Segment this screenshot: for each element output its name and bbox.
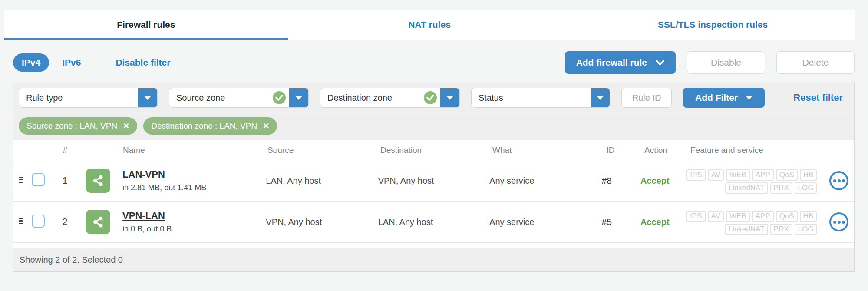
header-feature-and-service: Feature and service <box>689 146 824 155</box>
rule-name-link[interactable]: LAN-VPN <box>122 169 165 180</box>
toolbar: IPv4 IPv6 Disable filter Add firewall ru… <box>13 51 855 74</box>
row-number: 1 <box>52 175 77 186</box>
feature-badge: LinkedNAT <box>725 224 768 235</box>
destination-zone-dropdown-label: Destination zone <box>320 93 424 103</box>
feature-badge: LOG <box>795 224 817 235</box>
feature-badge: PRX <box>770 182 792 194</box>
feature-badge: LOG <box>795 182 817 194</box>
filter-chip-label: Destination zone : LAN, VPN <box>151 121 257 131</box>
check-circle-icon <box>424 91 437 104</box>
dropdown-caret-button[interactable] <box>138 88 157 108</box>
add-firewall-rule-button[interactable]: Add firewall rule <box>565 51 676 74</box>
header-name: Name <box>78 146 257 155</box>
header-source: Source <box>257 146 374 155</box>
cell-action: Accept <box>628 176 684 186</box>
cell-destination: LAN, Any host <box>372 217 482 227</box>
close-icon[interactable]: ✕ <box>263 122 269 130</box>
feature-badge: WEB <box>726 211 750 222</box>
row-checkbox[interactable] <box>32 215 45 228</box>
cell-feature-and-service: IPSAVWEBAPPQoSHB LinkedNATPRXLOG <box>684 168 824 194</box>
cell-what: Any service <box>482 176 585 186</box>
delete-button[interactable]: Delete <box>776 51 855 74</box>
ipv6-toggle[interactable]: IPv6 <box>62 57 81 68</box>
caret-down-icon <box>597 96 604 100</box>
caret-down-icon <box>746 96 752 100</box>
dropdown-caret-button[interactable] <box>289 88 308 108</box>
tab-firewall-rules[interactable]: Firewall rules <box>4 10 288 40</box>
toolbar-actions: Add firewall rule Disable Delete <box>565 51 855 74</box>
dropdown-caret-button[interactable] <box>591 88 610 108</box>
firewall-rules-panel: Rule type Source zone Destination zone S… <box>13 82 855 272</box>
filter-chip-source-zone[interactable]: Source zone : LAN, VPN ✕ <box>19 117 137 135</box>
disable-filter-link[interactable]: Disable filter <box>116 57 170 68</box>
caret-down-icon <box>144 96 151 100</box>
disable-button[interactable]: Disable <box>687 51 765 74</box>
status-dropdown-label: Status <box>472 93 591 103</box>
ipv4-toggle[interactable]: IPv4 <box>13 53 49 72</box>
header-destination: Destination <box>374 146 485 155</box>
rule-id-input[interactable] <box>621 88 672 108</box>
rule-traffic: in 0 B, out 0 B <box>122 225 172 234</box>
tab-bar: Firewall rules NAT rules SSL/TLS inspect… <box>4 10 855 40</box>
add-filter-label: Add Filter <box>695 93 738 103</box>
cell-rule-id: #5 <box>585 217 628 227</box>
feature-badge: APP <box>752 211 774 222</box>
feature-badge: APP <box>752 169 774 181</box>
row-checkbox[interactable] <box>32 173 45 186</box>
caret-down-icon <box>295 96 302 100</box>
filter-chip-destination-zone[interactable]: Destination zone : LAN, VPN ✕ <box>143 117 277 135</box>
drag-handle[interactable] <box>19 217 23 225</box>
destination-zone-dropdown[interactable]: Destination zone <box>320 88 460 108</box>
rule-type-dropdown-label: Rule type <box>19 93 138 103</box>
feature-badge: PRX <box>770 224 792 235</box>
feature-badge: IPS <box>686 211 705 222</box>
cell-rule-id: #8 <box>585 175 628 186</box>
rule-traffic: in 2.81 MB, out 1.41 MB <box>122 183 206 192</box>
table-spacer <box>13 243 854 248</box>
reset-filter-link[interactable]: Reset filter <box>793 92 843 103</box>
header-action: Action <box>632 146 689 155</box>
active-filter-chips: Source zone : LAN, VPN ✕ Destination zon… <box>13 113 854 140</box>
share-icon <box>86 210 110 234</box>
header-id: ID <box>589 146 632 155</box>
feature-badge: IPS <box>686 169 705 181</box>
add-filter-button[interactable]: Add Filter <box>683 88 765 108</box>
ellipsis-icon[interactable] <box>829 171 848 190</box>
cell-destination: VPN, Any host <box>372 176 482 186</box>
add-firewall-rule-label: Add firewall rule <box>576 57 647 68</box>
feature-badge: HB <box>800 169 817 181</box>
drag-handle[interactable] <box>19 175 23 184</box>
rule-name-link[interactable]: VPN-LAN <box>122 210 165 222</box>
feature-badge: QoS <box>776 211 798 222</box>
tab-nat-rules[interactable]: NAT rules <box>288 10 571 40</box>
ellipsis-icon[interactable] <box>829 212 848 231</box>
feature-badge: AV <box>708 211 724 222</box>
status-dropdown[interactable]: Status <box>471 88 610 108</box>
cell-action: Accept <box>628 217 684 227</box>
tab-ssl-tls-inspection-rules[interactable]: SSL/TLS inspection rules <box>571 10 855 40</box>
close-icon[interactable]: ✕ <box>123 122 129 130</box>
caret-down-icon <box>446 96 453 100</box>
feature-badge: AV <box>708 169 724 181</box>
filter-chip-label: Source zone : LAN, VPN <box>26 121 117 131</box>
header-num: # <box>53 146 78 155</box>
table-row: 1 LAN-VPN in 2.81 MB, out 1.41 MB LAN, A… <box>13 160 854 202</box>
table-header-row: # Name Source Destination What ID Action… <box>13 140 854 160</box>
feature-badge: WEB <box>726 169 750 181</box>
share-icon <box>86 169 110 193</box>
table-row: 2 VPN-LAN in 0 B, out 0 B VPN, Any host … <box>13 202 854 243</box>
table-footer: Showing 2 of 2. Selected 0 <box>13 248 854 271</box>
cell-source: VPN, Any host <box>255 217 371 227</box>
row-number: 2 <box>52 216 77 228</box>
check-circle-icon <box>273 91 286 104</box>
cell-what: Any service <box>482 217 585 227</box>
cell-feature-and-service: IPSAVWEBAPPQoSHB LinkedNATPRXLOG <box>684 209 824 235</box>
feature-badge: LinkedNAT <box>725 182 768 194</box>
source-zone-dropdown-label: Source zone <box>169 93 273 103</box>
showing-status-text: Showing 2 of 2. Selected 0 <box>20 255 123 265</box>
firewall-rules-table: # Name Source Destination What ID Action… <box>13 140 854 248</box>
source-zone-dropdown[interactable]: Source zone <box>169 88 309 108</box>
dropdown-caret-button[interactable] <box>440 88 459 108</box>
rule-type-dropdown[interactable]: Rule type <box>19 88 158 108</box>
feature-badge: QoS <box>776 169 798 181</box>
